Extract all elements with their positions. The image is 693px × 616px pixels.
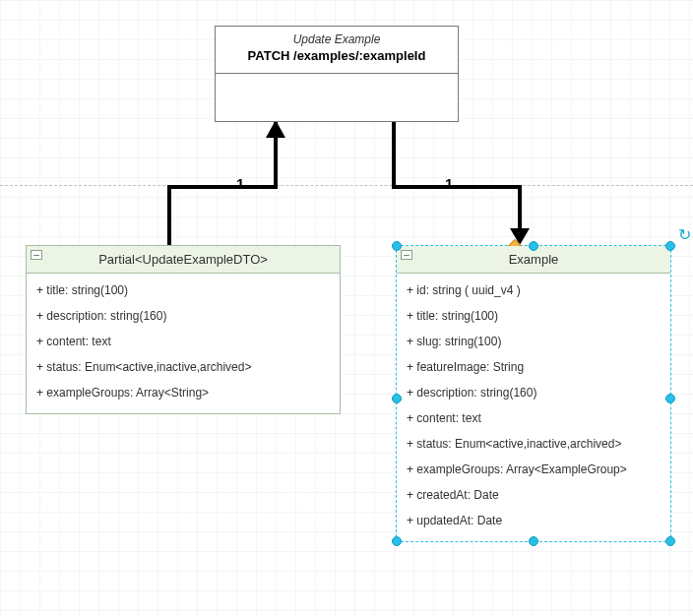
attr: + content: text [36,329,330,354]
class-example-title: Example [509,252,559,267]
attr: + status: Enum<active,inactive,archived> [36,354,330,380]
attr: + createdAt: Date [407,482,661,508]
attr: + content: text [407,405,661,431]
class-dto[interactable]: – Partial<UpdateExampleDTO> + title: str… [26,245,341,414]
multiplicity-left: 1 [236,175,244,192]
attr: + featureImage: String [407,354,661,380]
svg-marker-0 [266,120,285,138]
class-example-body: + id: string ( uuid_v4 ) + title: string… [397,274,670,541]
attr: + description: string(160) [407,380,661,405]
resize-handle[interactable] [529,241,538,251]
attr: + title: string(100) [36,277,330,303]
resize-handle[interactable] [665,394,675,403]
resize-handle[interactable] [665,536,675,546]
resize-handle[interactable] [665,241,675,251]
rotate-icon[interactable]: ↻ [678,228,692,242]
attr: + exampleGroups: Array<String> [36,380,330,405]
attr: + slug: string(100) [407,329,661,354]
attr: + id: string ( uuid_v4 ) [407,277,661,303]
usecase-stereotype: Update Example [220,32,454,46]
multiplicity-right: 1 [445,175,453,192]
usecase-name: PATCH /examples/:exampleId [220,48,454,63]
attr: + status: Enum<active,inactive,archived> [407,431,661,457]
attr: + updatedAt: Date [407,508,661,533]
resize-handle[interactable] [529,536,538,546]
resize-handle[interactable] [392,394,402,403]
attr: + title: string(100) [407,303,661,329]
usecase-separator [216,73,458,74]
class-example[interactable]: ↻ – Example + id: string ( uuid_v4 ) + t… [396,245,671,542]
attr: + description: string(160) [36,303,330,329]
class-dto-body: + title: string(100) + description: stri… [27,274,340,413]
class-dto-title: Partial<UpdateExampleDTO> [98,252,268,267]
attr: + exampleGroups: Array<ExampleGroup> [407,457,661,482]
swimlane-divider [0,185,693,186]
resize-handle[interactable] [392,536,402,546]
collapse-icon[interactable]: – [31,250,42,260]
resize-handle[interactable] [392,241,402,251]
collapse-icon[interactable]: – [401,250,412,260]
diagram-canvas[interactable]: 1 1 Update Example PATCH /examples/:exam… [0,0,693,616]
usecase-box[interactable]: Update Example PATCH /examples/:exampleI… [215,26,459,122]
